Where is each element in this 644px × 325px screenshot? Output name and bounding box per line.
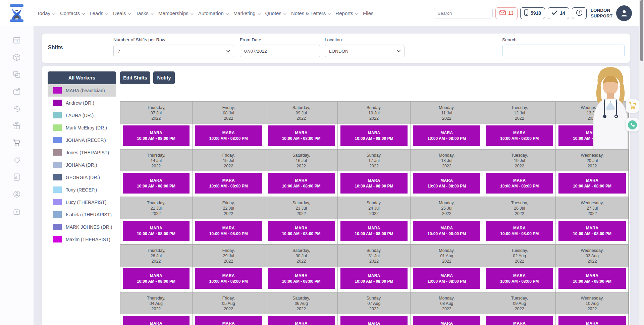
shift-block[interactable]: MARA10:00 AM - 08:00 PM xyxy=(123,268,190,289)
menu-item-tasks[interactable]: Tasks xyxy=(136,10,153,16)
edit-shifts-button[interactable]: Edit Shifts xyxy=(120,71,150,84)
shift-block[interactable]: MARA10:00 AM - 08:00 PM xyxy=(340,125,408,146)
day-header-weekday: Wednesday, xyxy=(556,295,628,301)
shift-block[interactable]: MARA10:00 AM - 08:00 PM xyxy=(340,268,408,289)
shift-block[interactable]: MARA10:00 AM - 08:00 PM xyxy=(195,125,262,146)
shift-block[interactable]: MARA10:00 AM - 08:00 PM xyxy=(486,268,553,289)
shift-block[interactable]: MARA10:00 AM - 08:00 PM xyxy=(558,221,626,241)
phone-badge-button[interactable]: 5918 xyxy=(520,7,545,19)
shifts-per-row-select[interactable]: 7 xyxy=(113,45,234,57)
menu-item-deals[interactable]: Deals xyxy=(113,10,131,16)
pages-icon[interactable] xyxy=(12,70,21,79)
menu-item-leads[interactable]: Leads xyxy=(90,10,108,16)
worker-row-mark-johnes-dr[interactable]: MARK JOHNES (DR.) xyxy=(48,221,116,233)
app-logo-hourglass-icon[interactable] xyxy=(8,4,25,22)
tasks-badge-button[interactable]: 14 xyxy=(548,7,569,19)
shift-block[interactable]: MARA10:00 AM - 08:00 PM xyxy=(195,268,262,289)
worker-row-mark-mcelroy-dr[interactable]: Mark McElroy (DR.) xyxy=(48,121,116,134)
lock-icon[interactable] xyxy=(12,207,21,216)
worker-row-maxim-therapist[interactable]: Maxim (THERAPIST) xyxy=(48,233,116,246)
shift-block[interactable]: MARA10:00 AM - 08:00 PM xyxy=(413,316,480,325)
cart-icon[interactable] xyxy=(12,138,21,147)
worker-row-tony-recep[interactable]: Tony (RECEP.) xyxy=(48,183,116,196)
worker-row-mara-beautician[interactable]: MARA (beautician) xyxy=(48,84,116,97)
worker-row-laura-dr[interactable]: LAURA (DR.) xyxy=(48,109,116,121)
shift-block[interactable]: MARA10:00 AM - 08:00 PM xyxy=(413,268,480,289)
shift-block[interactable]: MARA10:00 AM - 08:00 PM xyxy=(195,173,262,194)
account-icon[interactable] xyxy=(12,189,21,199)
shift-block[interactable]: MARA10:00 AM - 08:00 PM xyxy=(123,316,190,325)
shift-block[interactable]: MARA10:00 AM - 08:00 PM xyxy=(413,221,480,241)
location-select[interactable]: LONDON xyxy=(325,45,405,57)
shift-block[interactable]: MARA10:00 AM - 08:00 PM xyxy=(340,316,408,325)
day-header-weekday: Thursday, xyxy=(120,200,192,206)
menu-item-memberships[interactable]: Memberships xyxy=(158,10,194,16)
worker-row-georgia-dr[interactable]: GEORGIA (DR.) xyxy=(48,171,116,183)
shift-block[interactable]: MARA10:00 AM - 08:00 PM xyxy=(123,173,190,194)
shift-worker-name: MARA xyxy=(586,226,598,230)
shift-block[interactable]: MARA10:00 AM - 08:00 PM xyxy=(195,316,262,325)
search-input[interactable] xyxy=(434,8,493,18)
shift-block[interactable]: MARA10:00 AM - 08:00 PM xyxy=(268,316,335,325)
worker-row-andrew-dr[interactable]: Andrew (DR.) xyxy=(48,97,116,109)
help-button[interactable]: ? xyxy=(572,7,587,19)
shift-block[interactable]: MARA10:00 AM - 08:00 PM xyxy=(486,125,553,146)
shift-block[interactable]: MARA10:00 AM - 08:00 PM xyxy=(558,316,626,325)
phone-fab-button[interactable] xyxy=(626,118,639,131)
menu-item-reports[interactable]: Reports xyxy=(335,10,358,16)
menu-item-automation[interactable]: Automation xyxy=(198,10,229,16)
calendar-icon[interactable]: 12 xyxy=(12,36,21,45)
from-date-input[interactable] xyxy=(240,45,320,57)
worker-row-jones-therapist[interactable]: Jones (THERAPIST) xyxy=(48,146,116,159)
shift-block[interactable]: MARA10:00 AM - 08:00 PM xyxy=(340,173,408,194)
shift-worker-name: MARA xyxy=(440,226,453,230)
day-cell: MARA10:00 AM - 08:00 PM xyxy=(338,314,411,325)
shift-block[interactable]: MARA10:00 AM - 08:00 PM xyxy=(486,221,553,241)
shift-block[interactable]: MARA10:00 AM - 08:00 PM xyxy=(413,173,480,194)
shift-block[interactable]: MARA10:00 AM - 08:00 PM xyxy=(558,173,626,194)
shift-block[interactable]: MARA10:00 AM - 08:00 PM xyxy=(268,125,335,146)
shift-block[interactable]: MARA10:00 AM - 08:00 PM xyxy=(195,221,262,241)
all-workers-button[interactable]: All Workers xyxy=(48,71,116,84)
shift-block[interactable]: MARA10:00 AM - 08:00 PM xyxy=(340,221,408,241)
shift-block[interactable]: MARA10:00 AM - 08:00 PM xyxy=(268,221,335,241)
notify-button[interactable]: Notify xyxy=(153,71,175,84)
shift-block[interactable]: MARA10:00 AM - 08:00 PM xyxy=(123,125,190,146)
page-scrollbar[interactable] xyxy=(639,0,644,325)
worker-row-lucy-therapist[interactable]: Lucy (THERAPIST) xyxy=(48,196,116,208)
worker-row-johana-recep[interactable]: JOHANA (RECEP.) xyxy=(48,134,116,146)
menu-item-notes-letters[interactable]: Notes & Letters xyxy=(291,10,331,16)
cart-fab-button[interactable] xyxy=(626,99,639,113)
chevron-down-icon xyxy=(355,10,358,16)
menu-item-marketing[interactable]: Marketing xyxy=(233,10,261,16)
menu-item-today[interactable]: Today xyxy=(37,10,55,16)
scrollbar-thumb[interactable] xyxy=(640,0,643,61)
day-header-year: 2022 xyxy=(265,306,337,312)
gift-icon[interactable] xyxy=(12,121,21,130)
camera-icon[interactable] xyxy=(12,87,21,96)
menu-item-files[interactable]: Files xyxy=(363,10,374,16)
shift-time: 10:00 AM - 08:00 PM xyxy=(137,231,175,236)
shift-block[interactable]: MARA10:00 AM - 08:00 PM xyxy=(268,268,335,289)
menu-item-contacts[interactable]: Contacts xyxy=(60,10,85,16)
shift-block[interactable]: MARA10:00 AM - 08:00 PM xyxy=(413,125,480,146)
menu-item-quotes[interactable]: Quotes xyxy=(265,10,286,16)
report-icon[interactable] xyxy=(12,172,21,181)
shift-block[interactable]: MARA10:00 AM - 08:00 PM xyxy=(558,125,626,146)
history-icon[interactable] xyxy=(12,104,21,113)
worker-row-isabela-therapist[interactable]: Isabela (THERAPIST) xyxy=(48,208,116,221)
shift-time: 10:00 AM - 08:00 PM xyxy=(500,279,539,284)
worker-row-johana-dr[interactable]: JOHANA (DR.) xyxy=(48,159,116,171)
shift-search-input[interactable] xyxy=(502,45,625,57)
avatar[interactable] xyxy=(616,5,632,21)
shift-block[interactable]: MARA10:00 AM - 08:00 PM xyxy=(486,316,553,325)
day-header-date: 30 Jul xyxy=(265,253,337,259)
tag-icon[interactable] xyxy=(12,155,21,164)
shift-block[interactable]: MARA10:00 AM - 08:00 PM xyxy=(123,221,190,241)
day-header-year: 2022 xyxy=(338,116,410,121)
shift-block[interactable]: MARA10:00 AM - 08:00 PM xyxy=(558,268,626,289)
shift-block[interactable]: MARA10:00 AM - 08:00 PM xyxy=(486,173,553,194)
package-icon[interactable] xyxy=(12,53,21,62)
mail-badge-button[interactable]: 13 xyxy=(495,7,518,19)
shift-block[interactable]: MARA10:00 AM - 08:00 PM xyxy=(268,173,335,194)
